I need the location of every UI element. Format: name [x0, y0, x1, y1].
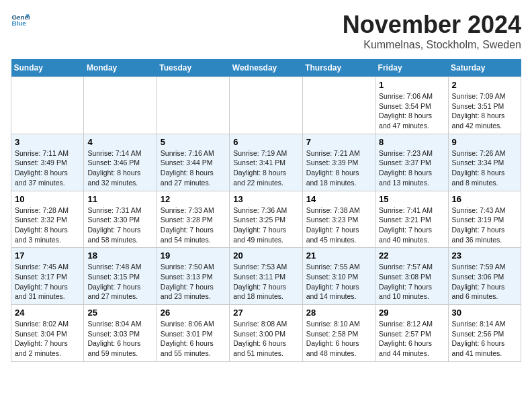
day-number: 27	[233, 308, 298, 318]
calendar-cell: 24Sunrise: 8:02 AMSunset: 3:04 PMDayligh…	[11, 305, 84, 362]
day-number: 15	[379, 194, 444, 204]
calendar-body: 1Sunrise: 7:06 AMSunset: 3:54 PMDaylight…	[11, 77, 521, 362]
calendar-cell	[302, 77, 375, 134]
calendar-cell: 2Sunrise: 7:09 AMSunset: 3:51 PMDaylight…	[448, 77, 521, 134]
day-info: Sunrise: 7:33 AMSunset: 3:28 PMDaylight:…	[161, 205, 226, 245]
day-info: Sunrise: 7:23 AMSunset: 3:37 PMDaylight:…	[379, 148, 444, 188]
calendar-cell: 12Sunrise: 7:33 AMSunset: 3:28 PMDayligh…	[157, 191, 229, 248]
calendar-cell: 22Sunrise: 7:57 AMSunset: 3:08 PMDayligh…	[375, 248, 448, 305]
calendar-cell: 29Sunrise: 8:12 AMSunset: 2:57 PMDayligh…	[375, 305, 448, 362]
day-info: Sunrise: 8:02 AMSunset: 3:04 PMDaylight:…	[15, 319, 80, 359]
day-info: Sunrise: 7:53 AMSunset: 3:11 PMDaylight:…	[233, 262, 298, 302]
calendar-cell: 8Sunrise: 7:23 AMSunset: 3:37 PMDaylight…	[375, 134, 448, 191]
logo-icon: General Blue	[11, 11, 30, 30]
day-number: 20	[233, 250, 298, 261]
title-block: November 2024 Kummelnas, Stockholm, Swed…	[343, 11, 521, 51]
header-friday: Friday	[375, 59, 448, 77]
day-number: 23	[452, 250, 517, 261]
calendar-cell	[157, 77, 229, 134]
day-info: Sunrise: 8:12 AMSunset: 2:57 PMDaylight:…	[379, 319, 444, 359]
day-number: 2	[452, 80, 517, 90]
day-info: Sunrise: 7:59 AMSunset: 3:06 PMDaylight:…	[452, 262, 517, 302]
day-number: 14	[306, 194, 371, 204]
day-number: 26	[161, 308, 226, 318]
day-number: 7	[306, 137, 371, 147]
day-number: 28	[306, 308, 371, 318]
calendar-cell: 5Sunrise: 7:16 AMSunset: 3:44 PMDaylight…	[157, 134, 229, 191]
day-number: 8	[379, 137, 444, 147]
day-info: Sunrise: 8:04 AMSunset: 3:03 PMDaylight:…	[87, 319, 152, 359]
calendar-cell	[230, 77, 302, 134]
calendar-week-3: 10Sunrise: 7:28 AMSunset: 3:32 PMDayligh…	[11, 191, 521, 248]
day-number: 25	[87, 308, 152, 318]
calendar-cell	[11, 77, 84, 134]
day-number: 5	[161, 137, 226, 147]
calendar-week-2: 3Sunrise: 7:11 AMSunset: 3:49 PMDaylight…	[11, 134, 521, 191]
svg-text:Blue: Blue	[11, 19, 26, 27]
day-number: 16	[452, 194, 517, 204]
header-tuesday: Tuesday	[157, 59, 229, 77]
calendar-cell: 9Sunrise: 7:26 AMSunset: 3:34 PMDaylight…	[448, 134, 521, 191]
day-info: Sunrise: 7:36 AMSunset: 3:25 PMDaylight:…	[233, 205, 298, 245]
calendar-cell: 23Sunrise: 7:59 AMSunset: 3:06 PMDayligh…	[448, 248, 521, 305]
calendar-cell: 7Sunrise: 7:21 AMSunset: 3:39 PMDaylight…	[302, 134, 375, 191]
page-header: General Blue November 2024 Kummelnas, St…	[11, 11, 521, 51]
calendar-cell: 13Sunrise: 7:36 AMSunset: 3:25 PMDayligh…	[230, 191, 302, 248]
day-info: Sunrise: 7:16 AMSunset: 3:44 PMDaylight:…	[161, 148, 226, 188]
header-saturday: Saturday	[448, 59, 521, 77]
day-number: 6	[233, 137, 298, 147]
day-info: Sunrise: 7:57 AMSunset: 3:08 PMDaylight:…	[379, 262, 444, 302]
header-monday: Monday	[84, 59, 157, 77]
day-number: 3	[15, 137, 80, 147]
calendar-cell: 27Sunrise: 8:08 AMSunset: 3:00 PMDayligh…	[230, 305, 302, 362]
calendar-cell: 19Sunrise: 7:50 AMSunset: 3:13 PMDayligh…	[157, 248, 229, 305]
calendar-cell: 15Sunrise: 7:41 AMSunset: 3:21 PMDayligh…	[375, 191, 448, 248]
day-info: Sunrise: 7:48 AMSunset: 3:15 PMDaylight:…	[87, 262, 152, 302]
day-number: 19	[161, 250, 226, 261]
day-number: 1	[379, 80, 444, 90]
calendar-cell: 20Sunrise: 7:53 AMSunset: 3:11 PMDayligh…	[230, 248, 302, 305]
day-info: Sunrise: 8:14 AMSunset: 2:56 PMDaylight:…	[452, 319, 517, 359]
calendar-cell: 25Sunrise: 8:04 AMSunset: 3:03 PMDayligh…	[84, 305, 157, 362]
day-info: Sunrise: 7:55 AMSunset: 3:10 PMDaylight:…	[306, 262, 371, 302]
day-number: 12	[161, 194, 226, 204]
day-number: 4	[87, 137, 152, 147]
day-info: Sunrise: 7:43 AMSunset: 3:19 PMDaylight:…	[452, 205, 517, 245]
day-info: Sunrise: 7:50 AMSunset: 3:13 PMDaylight:…	[161, 262, 226, 302]
calendar-cell: 11Sunrise: 7:31 AMSunset: 3:30 PMDayligh…	[84, 191, 157, 248]
day-info: Sunrise: 7:38 AMSunset: 3:23 PMDaylight:…	[306, 205, 371, 245]
day-number: 10	[15, 194, 80, 204]
calendar-header: Sunday Monday Tuesday Wednesday Thursday…	[11, 59, 521, 77]
day-number: 30	[452, 308, 517, 318]
calendar-cell: 18Sunrise: 7:48 AMSunset: 3:15 PMDayligh…	[84, 248, 157, 305]
day-info: Sunrise: 8:06 AMSunset: 3:01 PMDaylight:…	[161, 319, 226, 359]
day-info: Sunrise: 7:28 AMSunset: 3:32 PMDaylight:…	[15, 205, 80, 245]
calendar-cell: 4Sunrise: 7:14 AMSunset: 3:46 PMDaylight…	[84, 134, 157, 191]
day-info: Sunrise: 7:31 AMSunset: 3:30 PMDaylight:…	[87, 205, 152, 245]
main-title: November 2024	[343, 11, 521, 39]
header-sunday: Sunday	[11, 59, 84, 77]
day-info: Sunrise: 7:26 AMSunset: 3:34 PMDaylight:…	[452, 148, 517, 188]
calendar-table: Sunday Monday Tuesday Wednesday Thursday…	[11, 59, 521, 362]
day-info: Sunrise: 7:21 AMSunset: 3:39 PMDaylight:…	[306, 148, 371, 188]
calendar-cell: 28Sunrise: 8:10 AMSunset: 2:58 PMDayligh…	[302, 305, 375, 362]
calendar-cell: 3Sunrise: 7:11 AMSunset: 3:49 PMDaylight…	[11, 134, 84, 191]
day-number: 17	[15, 250, 80, 261]
day-info: Sunrise: 7:06 AMSunset: 3:54 PMDaylight:…	[379, 91, 444, 131]
calendar-cell: 26Sunrise: 8:06 AMSunset: 3:01 PMDayligh…	[157, 305, 229, 362]
day-info: Sunrise: 7:11 AMSunset: 3:49 PMDaylight:…	[15, 148, 80, 188]
logo: General Blue	[11, 11, 30, 30]
day-number: 22	[379, 250, 444, 261]
header-thursday: Thursday	[302, 59, 375, 77]
calendar-cell: 21Sunrise: 7:55 AMSunset: 3:10 PMDayligh…	[302, 248, 375, 305]
day-number: 9	[452, 137, 517, 147]
header-row: Sunday Monday Tuesday Wednesday Thursday…	[11, 59, 521, 77]
calendar-cell	[84, 77, 157, 134]
subtitle: Kummelnas, Stockholm, Sweden	[343, 39, 521, 51]
day-info: Sunrise: 7:09 AMSunset: 3:51 PMDaylight:…	[452, 91, 517, 131]
calendar-cell: 6Sunrise: 7:19 AMSunset: 3:41 PMDaylight…	[230, 134, 302, 191]
day-info: Sunrise: 8:10 AMSunset: 2:58 PMDaylight:…	[306, 319, 371, 359]
day-info: Sunrise: 7:45 AMSunset: 3:17 PMDaylight:…	[15, 262, 80, 302]
calendar-week-4: 17Sunrise: 7:45 AMSunset: 3:17 PMDayligh…	[11, 248, 521, 305]
day-info: Sunrise: 7:14 AMSunset: 3:46 PMDaylight:…	[87, 148, 152, 188]
